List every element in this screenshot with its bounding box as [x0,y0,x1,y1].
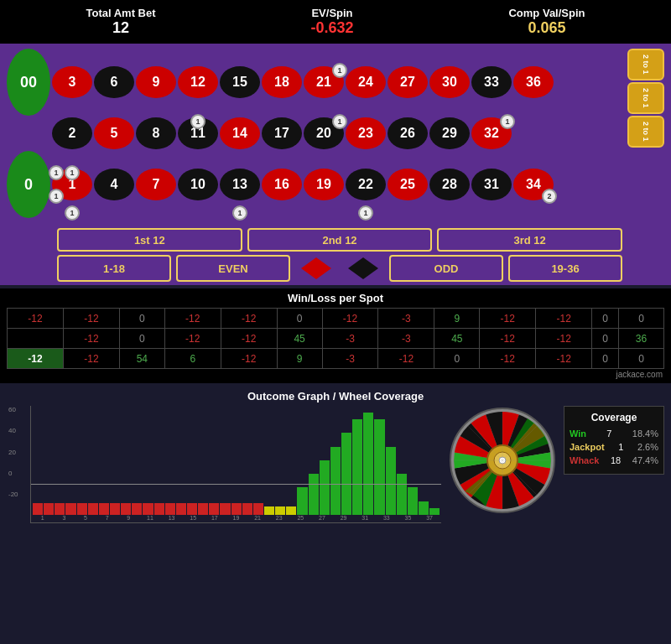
third-dozen-btn[interactable]: 3rd 12 [437,228,622,252]
wl-cell: 0 [619,349,664,369]
cell-17[interactable]: 17 [262,117,302,149]
wl-cell: -12 [221,349,277,369]
wl-cell: -12 [536,309,592,329]
x-label: 23 [268,515,290,521]
bet-even[interactable]: EVEN [176,255,290,282]
bar [154,503,164,515]
cell-5[interactable]: 5 [94,117,134,149]
roulette-wheel [448,406,557,515]
x-axis-labels: 1 3 5 7 9 11 13 15 17 19 21 23 25 27 29 … [31,515,441,521]
header-bar: Total Amt Bet 12 EV/Spin -0.632 Comp Val… [0,0,671,44]
cell-12[interactable]: 12 [178,66,218,98]
cell-28[interactable]: 28 [429,169,470,200]
bar [143,503,153,515]
2to1-bot[interactable]: 2 to 1 [627,116,664,148]
wl-cell: -12 [63,329,119,349]
outcome-section: Outcome Graph / Wheel Coverage 60 40 20 … [0,387,671,527]
wl-cell: -12 [536,329,592,349]
cell-22[interactable]: 22 [346,169,386,200]
chip-row: 1 1 1 [7,215,624,226]
number-row-top: 00 3 6 9 12 15 18 21 1 24 27 30 33 36 [7,49,624,116]
cell-0[interactable]: 0 [7,151,50,218]
cell-3[interactable]: 3 [52,66,92,98]
cell-7[interactable]: 7 [136,169,176,200]
cell-10[interactable]: 10 [178,169,218,200]
cell-13[interactable]: 13 [220,169,260,200]
x-label: 21 [247,515,268,521]
table-row: -12 0 -12 -12 45 -3 -3 45 -12 -12 0 36 [8,329,664,349]
cell-23[interactable]: 23 [346,117,386,149]
comp-val-value: 0.065 [508,19,585,37]
chip-23-area: 1 [332,114,347,129]
total-amt-bet-label: Total Amt Bet [86,7,155,19]
outside-bets-row: 1-18 EVEN ODD 19-36 [7,255,624,282]
cell-36[interactable]: 36 [513,66,554,98]
cell-6[interactable]: 6 [94,66,134,98]
cell-32[interactable]: 32 1 [471,117,512,149]
cell-15[interactable]: 15 [220,66,260,98]
two-to-one-col: 2 to 1 2 to 1 2 to 1 [627,49,664,282]
win-label: Win [570,428,586,439]
bar [209,503,219,515]
cell-16[interactable]: 16 [262,169,302,200]
cell-1[interactable]: 1 1 1 1 [52,169,92,200]
wl-cell: 0 [119,329,164,349]
number-row-mid: 2 5 8 11 1 14 17 20 1 23 26 29 [7,117,624,149]
ev-spin-col: EV/Spin -0.632 [310,7,353,37]
bet-19-36[interactable]: 19-36 [508,255,622,282]
cell-26[interactable]: 26 [388,117,428,149]
bar [341,433,351,515]
cell-31[interactable]: 31 [471,169,512,200]
bar [65,503,75,515]
cell-34[interactable]: 34 2 [513,169,554,200]
bar [419,501,429,515]
cell-20[interactable]: 20 1 [304,117,344,149]
cell-11[interactable]: 11 1 [178,117,218,149]
black-diamond[interactable] [342,255,384,282]
wl-cell: 0 [434,349,480,369]
wl-cell: -12 [378,349,434,369]
bar [352,419,362,515]
cell-8[interactable]: 8 [136,117,176,149]
2to1-mid[interactable]: 2 to 1 [627,82,664,114]
roulette-table: 00 3 6 9 12 15 18 21 1 24 27 30 33 36 [0,44,671,285]
second-dozen-btn[interactable]: 2nd 12 [247,228,433,252]
bar [253,503,263,515]
x-label: 9 [118,515,140,521]
wl-cell: 0 [119,309,164,329]
cell-30[interactable]: 30 [429,66,470,98]
cell-25[interactable]: 25 [388,169,428,200]
cell-21[interactable]: 21 1 [304,66,344,98]
table-row: -12 -12 0 -12 -12 0 -12 -3 9 -12 -12 0 0 [8,309,664,329]
bet-odd[interactable]: ODD [389,255,503,282]
bar [363,413,373,515]
wl-cell: -12 [322,309,378,329]
bar [408,487,418,515]
coverage-panel: Coverage Win 7 18.4% Jackpot 1 2.6% Whac… [564,406,664,475]
cell-33[interactable]: 33 [471,66,512,98]
2to1-top[interactable]: 2 to 1 [627,49,664,80]
x-label: 13 [161,515,183,521]
red-diamond[interactable] [295,255,337,282]
x-label: 1 [32,515,54,521]
bar [242,503,252,515]
cell-00[interactable]: 00 [7,49,50,116]
cell-27[interactable]: 27 [388,66,428,98]
y-label-40: 40 [8,427,18,434]
bet-1-18[interactable]: 1-18 [57,255,171,282]
y-label-20: 20 [8,449,18,456]
cell-2[interactable]: 2 [52,117,92,149]
x-label: 5 [75,515,96,521]
wl-cell: 0 [277,309,322,329]
wl-cell-highlight: -12 [8,349,64,369]
x-label: 7 [96,515,118,521]
cell-19[interactable]: 19 [304,169,344,200]
cell-29[interactable]: 29 [429,117,470,149]
first-dozen-btn[interactable]: 1st 12 [57,228,242,252]
wl-cell: -12 [221,329,277,349]
cell-24[interactable]: 24 [346,66,386,98]
cell-9[interactable]: 9 [136,66,176,98]
cell-4[interactable]: 4 [94,169,134,200]
cell-18[interactable]: 18 [262,66,302,98]
cell-14[interactable]: 14 [220,117,260,149]
